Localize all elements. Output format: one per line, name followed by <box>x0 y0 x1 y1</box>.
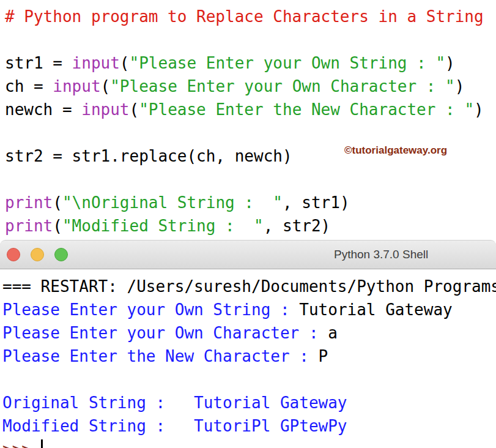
code-segment-plain: , str1) <box>283 193 350 212</box>
code-segment-plain: ( <box>130 100 139 119</box>
shell-window: Python 3.7.0 Shell === RESTART: /Users/s… <box>0 240 496 448</box>
code-segment-plain: , str2) <box>264 217 331 235</box>
code-line: ch = input("Please Enter your Own Charac… <box>5 75 496 98</box>
shell-lines: === RESTART: /Users/suresh/Documents/Pyt… <box>2 275 496 448</box>
code-segment-plain: ( <box>120 54 130 72</box>
code-segment-string: "Please Enter your Own String : " <box>130 54 446 72</box>
code-segment-string: "Please Enter the New Character : " <box>139 100 474 119</box>
code-line <box>5 168 496 191</box>
code-segment-builtin: print <box>5 217 53 235</box>
code-segment-builtin: input <box>72 54 120 72</box>
code-segment-plain: ) <box>474 100 484 119</box>
screen: # Python program to Replace Characters i… <box>0 0 496 448</box>
code-segment-plain: ( <box>101 77 111 95</box>
code-segment-plain: ( <box>53 193 62 212</box>
code-segment-stdout: Modified String : TutoriPl GPtewPy <box>2 417 347 435</box>
code-line: Please Enter your Own Character : a <box>2 321 496 345</box>
code-line <box>5 28 496 51</box>
code-segment-plain: ) <box>455 77 465 95</box>
code-line: # Python program to Replace Characters i… <box>5 5 496 28</box>
code-segment-string: "\nOriginal String : " <box>62 193 283 212</box>
code-segment-builtin: input <box>81 100 129 119</box>
code-segment-plain: str1 = <box>5 54 72 72</box>
code-line: >>> <box>2 438 496 448</box>
code-segment-stdout: Please Enter the New Character : <box>2 347 319 365</box>
code-line: Please Enter the New Character : P <box>2 345 496 368</box>
code-line: Modified String : TutoriPl GPtewPy <box>2 414 496 438</box>
minimize-button[interactable] <box>31 248 44 261</box>
code-segment-plain: a <box>328 324 338 342</box>
code-segment-plain: newch = <box>5 100 81 119</box>
code-segment-comment: # Python program to Replace Characters i… <box>5 7 484 26</box>
code-segment-plain: ) <box>445 54 455 72</box>
code-segment-string: "Please Enter your Own Character : " <box>110 77 455 95</box>
code-segment-plain: ( <box>53 217 62 235</box>
code-line: newch = input("Please Enter the New Char… <box>5 98 496 121</box>
code-segment-builtin: print <box>5 193 53 212</box>
code-segment-stdout: Please Enter your Own Character : <box>2 324 328 342</box>
code-segment-plain: === RESTART: /Users/suresh/Documents/Pyt… <box>2 277 496 296</box>
code-segment-plain: Tutorial Gateway <box>299 301 452 319</box>
code-editor[interactable]: # Python program to Replace Characters i… <box>0 0 496 240</box>
watermark: ©tutorialgateway.org <box>344 144 447 157</box>
close-button[interactable] <box>7 248 20 261</box>
zoom-button[interactable] <box>54 248 68 261</box>
code-segment-plain: P <box>319 347 328 365</box>
code-line: str1 = input("Please Enter your Own Stri… <box>5 51 496 75</box>
shell-output[interactable]: === RESTART: /Users/suresh/Documents/Pyt… <box>0 269 496 448</box>
code-line: === RESTART: /Users/suresh/Documents/Pyt… <box>2 275 496 298</box>
code-segment-plain: ch = <box>5 77 53 95</box>
traffic-lights <box>0 248 68 261</box>
code-line: print("\nOriginal String : ", str1) <box>5 191 496 214</box>
text-cursor <box>41 439 43 448</box>
shell-titlebar[interactable]: Python 3.7.0 Shell <box>0 240 496 269</box>
code-line: print("Modified String : ", str2) <box>5 214 496 237</box>
code-segment-builtin: input <box>53 77 100 95</box>
code-line <box>5 121 496 144</box>
code-line <box>2 368 496 391</box>
code-segment-stdout: Please Enter your Own String : <box>2 301 299 319</box>
code-segment-stdout: Original String : Tutorial Gateway <box>2 394 347 412</box>
code-line: Original String : Tutorial Gateway <box>2 391 496 414</box>
code-segment-plain: str2 = str1.replace(ch, newch) <box>5 147 292 165</box>
code-segment-string: "Modified String : " <box>62 217 264 235</box>
code-segment-prompt: >>> <box>2 440 41 448</box>
code-line: Please Enter your Own String : Tutorial … <box>2 298 496 321</box>
window-title: Python 3.7.0 Shell <box>334 241 428 269</box>
editor-lines: # Python program to Replace Characters i… <box>5 5 496 237</box>
